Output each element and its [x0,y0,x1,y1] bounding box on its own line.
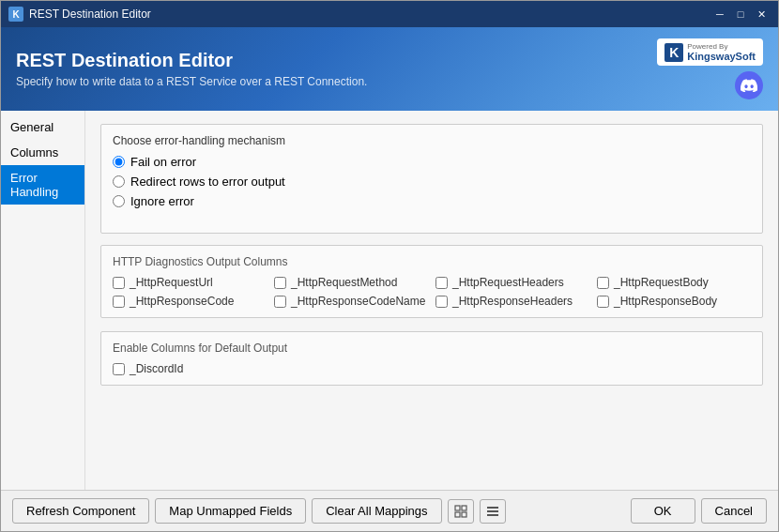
sidebar-item-error-handling[interactable]: Error Handling [1,165,84,205]
diagnostics-checkbox-grid: _HttpRequestUrl _HttpRequestMethod _Http… [113,276,751,308]
default-output-section: Enable Columns for Default Output _Disco… [100,331,763,386]
svg-rect-6 [487,514,498,516]
error-handling-label: Choose error-handling mechanism [113,134,751,147]
checkbox-http-request-headers[interactable]: _HttpRequestHeaders [435,276,589,289]
checkbox-http-request-url[interactable]: _HttpRequestUrl [113,276,267,289]
ignore-error-radio[interactable] [113,195,125,207]
http-response-code-name-checkbox[interactable] [274,296,286,308]
icon-button-1[interactable] [448,499,474,524]
redirect-rows-label[interactable]: Redirect rows to error output [130,175,285,189]
discord-id-checkbox[interactable] [113,363,125,375]
main-window: K REST Destination Editor ─ □ ✕ REST Des… [0,0,779,532]
radio-ignore-error[interactable]: Ignore error [113,194,751,208]
maximize-button[interactable]: □ [731,6,750,23]
http-request-method-checkbox[interactable] [274,277,286,289]
http-response-headers-label[interactable]: _HttpResponseHeaders [452,295,573,308]
checkbox-http-response-body[interactable]: _HttpResponseBody [597,295,751,308]
sidebar-item-columns[interactable]: Columns [1,140,84,165]
redirect-rows-radio[interactable] [113,175,125,188]
footer: Refresh Component Map Unmapped Fields Cl… [1,490,778,531]
svg-rect-4 [487,507,498,509]
discord-id-label[interactable]: _DiscordId [130,362,183,375]
svg-rect-0 [455,506,460,510]
radio-fail-on-error[interactable]: Fail on error [113,155,751,169]
svg-rect-1 [462,506,466,510]
close-button[interactable]: ✕ [752,6,771,23]
checkbox-http-request-body[interactable]: _HttpRequestBody [597,276,751,289]
radio-redirect-rows[interactable]: Redirect rows to error output [113,175,751,189]
diagnostics-section: HTTP Diagnostics Output Columns _HttpReq… [100,245,763,318]
checkbox-discord-id[interactable]: _DiscordId [113,362,751,375]
logo-powered: Powered By [687,42,756,51]
checkbox-http-request-method[interactable]: _HttpRequestMethod [274,276,428,289]
logo-text: Powered By KingswaySoft [687,42,756,62]
http-request-headers-checkbox[interactable] [435,277,448,289]
http-response-headers-checkbox[interactable] [435,296,448,308]
clear-all-mappings-button[interactable]: Clear All Mappings [312,498,441,524]
http-request-headers-label[interactable]: _HttpRequestHeaders [452,276,564,289]
http-response-code-checkbox[interactable] [113,296,125,308]
http-response-code-name-label[interactable]: _HttpResponseCodeName [291,295,425,308]
header-text: REST Destination Editor Specify how to w… [16,50,367,88]
logo-k-icon: K [664,43,683,62]
discord-icon [735,71,763,99]
svg-rect-3 [462,512,466,517]
http-response-body-checkbox[interactable] [597,296,609,308]
header-logo: K Powered By KingswaySoft [657,38,763,99]
title-bar-controls: ─ □ ✕ [710,6,771,23]
title-bar-title: REST Destination Editor [29,8,151,21]
content-area: Choose error-handling mechanism Fail on … [85,111,778,490]
http-request-method-label[interactable]: _HttpRequestMethod [291,276,397,289]
checkbox-http-response-code-name[interactable]: _HttpResponseCodeName [274,295,428,308]
cancel-button[interactable]: Cancel [701,498,767,524]
svg-rect-5 [487,510,498,512]
default-output-label: Enable Columns for Default Output [113,342,751,355]
checkbox-http-response-code[interactable]: _HttpResponseCode [113,295,267,308]
ignore-error-label[interactable]: Ignore error [130,194,194,208]
checkbox-http-response-headers[interactable]: _HttpResponseHeaders [435,295,589,308]
header-bar: REST Destination Editor Specify how to w… [1,27,778,111]
minimize-button[interactable]: ─ [710,6,729,23]
error-handling-radio-group: Fail on error Redirect rows to error out… [113,155,751,208]
ok-button[interactable]: OK [631,498,695,524]
diagnostics-label: HTTP Diagnostics Output Columns [113,255,751,268]
app-icon: K [8,7,23,22]
refresh-component-button[interactable]: Refresh Component [12,498,149,524]
http-response-body-label[interactable]: _HttpResponseBody [614,295,717,308]
http-request-url-label[interactable]: _HttpRequestUrl [130,276,213,289]
title-bar: K REST Destination Editor ─ □ ✕ [1,1,778,27]
kingswaysoft-logo: K Powered By KingswaySoft [657,38,763,66]
fail-on-error-label[interactable]: Fail on error [130,155,196,169]
http-request-body-checkbox[interactable] [597,277,609,289]
header-title: REST Destination Editor [16,50,367,71]
header-subtitle: Specify how to write data to a REST Serv… [16,75,367,88]
fail-on-error-radio[interactable] [113,156,125,168]
http-response-code-label[interactable]: _HttpResponseCode [130,295,234,308]
sidebar: General Columns Error Handling [1,111,85,490]
svg-rect-2 [455,512,460,517]
icon-button-2[interactable] [480,499,506,524]
sidebar-item-general[interactable]: General [1,114,84,140]
http-request-url-checkbox[interactable] [113,277,125,289]
map-unmapped-fields-button[interactable]: Map Unmapped Fields [155,498,306,524]
title-bar-left: K REST Destination Editor [8,7,151,22]
error-handling-section: Choose error-handling mechanism Fail on … [100,124,763,234]
logo-name: KingswaySoft [687,51,756,62]
main-content: General Columns Error Handling Choose er… [1,111,778,490]
http-request-body-label[interactable]: _HttpRequestBody [614,276,709,289]
